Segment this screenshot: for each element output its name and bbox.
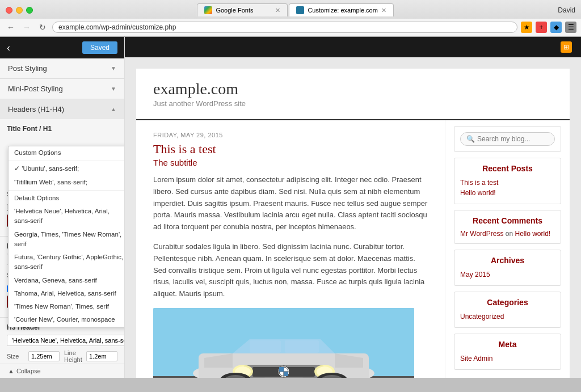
collapse-button[interactable]: ▲ Collapse [0, 364, 124, 378]
search-icon: 🔍 [466, 135, 475, 143]
dropdown-item-times[interactable]: 'Times New Roman', Times, serif [9, 300, 125, 313]
saved-button[interactable]: Saved [82, 41, 117, 54]
tab-close-wp[interactable]: ✕ [381, 7, 386, 14]
tab-label-wp: Customize: example.com [308, 7, 378, 14]
wp-main: FRIDAY, MAY 29, 2015 This is a test The … [136, 120, 445, 378]
tab-google-fonts[interactable]: Google Fonts ✕ [197, 3, 288, 16]
section-post-styling: Post Styling ▼ [0, 58, 124, 79]
recent-posts-title: Recent Posts [460, 164, 555, 173]
tab-favicon-gf [204, 6, 212, 14]
tab-label-gf: Google Fonts [216, 7, 253, 14]
sidebar: ‹ Saved Post Styling ▼ Mini-Post Styling… [0, 37, 125, 378]
wp-content-area: FRIDAY, MAY 29, 2015 This is a test The … [136, 120, 570, 378]
browser-icons: ★ + ◆ ☰ [521, 22, 576, 33]
back-button[interactable]: ← [5, 21, 17, 33]
maximize-button[interactable] [26, 7, 33, 14]
section-mini-post-styling: Mini-Post Styling ▼ [0, 79, 124, 99]
search-widget: 🔍 [454, 126, 561, 152]
tab-favicon-wp [296, 6, 304, 14]
sidebar-back-button[interactable]: ‹ [7, 42, 10, 54]
headers-header[interactable]: Headers (H1-H4) ▲ [0, 99, 124, 119]
archive-may2015[interactable]: May 2015 [460, 269, 555, 280]
address-bar[interactable]: example.com/wp-admin/customize.php [52, 22, 517, 33]
post-styling-chevron: ▼ [111, 65, 116, 71]
collapse-icon: ▲ [8, 368, 14, 374]
site-title: example.com [153, 80, 553, 98]
window-controls [6, 7, 33, 14]
post-title: This is a test [153, 142, 428, 157]
mini-post-styling-label: Mini-Post Styling [8, 85, 63, 93]
h3-size-label: Size [7, 353, 24, 360]
search-box[interactable]: 🔍 [460, 132, 555, 146]
post-subtitle: The subtitle [153, 158, 428, 167]
category-uncategorized[interactable]: Uncategorized [460, 311, 555, 322]
dropdown-divider-2 [9, 190, 125, 191]
main-content: ⊞ example.com Just another WordPress sit… [125, 37, 581, 378]
tab-close-gf[interactable]: ✕ [275, 7, 280, 14]
dropdown-item-tahoma[interactable]: Tahoma, Arial, Helvetica, sans-serif [9, 287, 125, 300]
wp-header: example.com Just another WordPress site [136, 69, 570, 119]
recent-comments-title: Recent Comments [460, 216, 555, 225]
h3-size-input[interactable] [28, 351, 60, 361]
mini-post-styling-chevron: ▼ [111, 86, 116, 92]
dropdown-item-courier[interactable]: 'Courier New', Courier, monospace [9, 313, 125, 326]
collapse-label: Collapse [16, 368, 41, 374]
comment-author-link[interactable]: Mr WordPress [460, 230, 503, 238]
post-body-1: Lorem ipsum dolor sit amet, consectetur … [153, 174, 428, 233]
svg-marker-5 [233, 339, 335, 353]
minimize-button[interactable] [16, 7, 23, 14]
h3-select-row: 'Helvetica Neue', Helvetica, Arial, sans… [7, 335, 117, 346]
tab-customize[interactable]: Customize: example.com ✕ [289, 3, 394, 16]
svg-rect-7 [285, 340, 319, 353]
comment-post-link[interactable]: Hello world! [515, 230, 550, 238]
dropdown-item-default[interactable]: Default Options [9, 192, 125, 205]
app-container: ‹ Saved Post Styling ▼ Mini-Post Styling… [0, 37, 581, 378]
archives-title: Archives [460, 256, 555, 265]
address-text: example.com/wp-admin/customize.php [58, 23, 511, 31]
mini-post-styling-header[interactable]: Mini-Post Styling ▼ [0, 79, 124, 99]
dropdown-item-verdana[interactable]: Verdana, Geneva, sans-serif [9, 274, 125, 287]
title-bar: Google Fonts ✕ Customize: example.com ✕ … [0, 0, 581, 19]
post-meta: FRIDAY, MAY 29, 2015 [153, 132, 428, 138]
h3-line-height-input[interactable] [86, 351, 117, 361]
extension-icon-4[interactable]: ☰ [565, 22, 576, 33]
h3-size-row: Size Line Height [7, 349, 117, 363]
sidebar-header: ‹ Saved [0, 37, 124, 58]
dropdown-item-ubuntu[interactable]: 'Ubuntu', sans-serif; [9, 162, 125, 175]
wp-admin-bar: ⊞ [125, 37, 581, 57]
post-image: M • SW 4574 [153, 308, 414, 378]
refresh-button[interactable]: ↻ [36, 21, 49, 33]
recent-post-2[interactable]: Hello world! [460, 188, 555, 198]
forward-button[interactable]: → [20, 21, 33, 33]
dropdown-item-custom[interactable]: Custom Options [9, 146, 125, 159]
headers-chevron: ▲ [111, 106, 116, 112]
svg-rect-6 [250, 340, 281, 353]
post-body-2: Curabitur sodales ligula in libero. Sed … [153, 241, 428, 300]
font-dropdown[interactable]: Custom Options 'Ubuntu', sans-serif; 'Ti… [8, 146, 125, 327]
extension-icon-2[interactable]: + [536, 22, 547, 33]
post-styling-header[interactable]: Post Styling ▼ [0, 58, 124, 78]
recent-post-1[interactable]: This is a test [460, 178, 555, 188]
dropdown-divider-1 [9, 161, 125, 161]
wp-site: example.com Just another WordPress site … [136, 69, 570, 378]
dropdown-item-titillium[interactable]: 'Titillium Web', sans-serif; [9, 176, 125, 189]
categories-title: Categories [460, 298, 555, 307]
rss-icon[interactable]: ⊞ [561, 41, 572, 53]
meta-widget: Meta Site Admin [454, 334, 561, 370]
user-label: David [558, 6, 575, 14]
extension-icon-1[interactable]: ★ [521, 22, 532, 33]
h3-font-select[interactable]: 'Helvetica Neue', Helvetica, Arial, sans… [7, 335, 124, 346]
h3-line-height-label: Line Height [64, 349, 82, 363]
nav-bar: ← → ↻ example.com/wp-admin/customize.php… [0, 19, 581, 36]
meta-site-admin[interactable]: Site Admin [460, 353, 555, 364]
search-input[interactable] [477, 135, 562, 143]
categories-widget: Categories Uncategorized [454, 292, 561, 328]
extension-icon-3[interactable]: ◆ [550, 22, 562, 33]
meta-title: Meta [460, 340, 555, 349]
close-button[interactable] [6, 7, 12, 14]
dropdown-item-futura[interactable]: Futura, 'Century Gothic', AppleGothic, s… [9, 251, 125, 274]
recent-comments-widget: Recent Comments Mr WordPress on Hello wo… [454, 210, 561, 244]
comment-on: on [506, 230, 515, 238]
dropdown-item-helvetica[interactable]: 'Helvetica Neue', Helvetica, Arial, sans… [9, 205, 125, 228]
dropdown-item-georgia[interactable]: Georgia, Times, 'Times New Roman', serif [9, 228, 125, 251]
